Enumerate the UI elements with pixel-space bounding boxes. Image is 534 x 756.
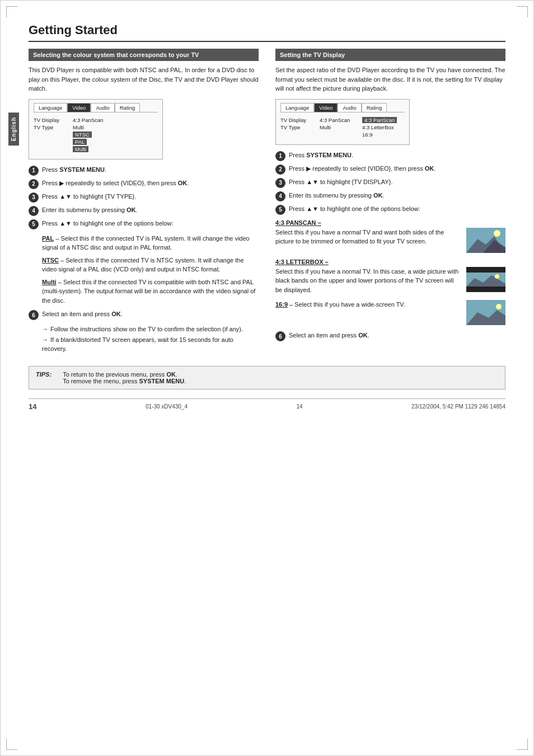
left-menu-values: 4:3 PanScan Multi NTSC PAL Multi xyxy=(73,117,158,153)
right-step-num-1: 1 xyxy=(275,151,285,161)
left-menu-label-tvtype: TV Type xyxy=(34,124,73,130)
right-highlight-169: 16:9 xyxy=(362,132,405,138)
tv-option-text-169: 16:9 – Select this if you have a wide-sc… xyxy=(275,300,462,309)
svg-point-3 xyxy=(494,230,500,237)
left-options-list: PAL – Select this if the connected TV is… xyxy=(42,234,259,306)
tv-option-header-169: 16:9 xyxy=(275,301,288,308)
left-opt-multi: Multi – Select this if the connected TV … xyxy=(42,278,259,306)
page-container: English Getting Started Selecting the co… xyxy=(0,0,534,756)
right-step-5: 5 Press ▲▼ to highlight one of the optio… xyxy=(275,204,505,215)
right-section-header: Setting the TV Display xyxy=(275,49,505,61)
page-footer: 14 01-30 xDV430_4 14 23/12/2004, 5:42 PM… xyxy=(29,398,505,411)
left-tab-language: Language xyxy=(34,103,67,112)
tv-option-text-panscan: Select this if you have a normal TV and … xyxy=(275,228,462,246)
tv-image-letterbox xyxy=(466,267,505,292)
right-tab-language: Language xyxy=(280,103,314,112)
left-step-text-5: Press ▲▼ to highlight one of the options… xyxy=(42,219,259,228)
corner-mark-br xyxy=(517,739,528,750)
tv-option-letterbox: 4:3 LETTERBOX – Select this if you have … xyxy=(275,259,505,295)
right-step-num-6: 6 xyxy=(275,331,285,341)
left-step-text-6: Select an item and press OK. xyxy=(42,309,259,319)
right-step-text-3: Press ▲▼ to highlight {TV DISPLAY}. xyxy=(289,177,505,187)
right-steps-list: 1 Press SYSTEM MENU. 2 Press ▶ repeatedl… xyxy=(275,151,505,215)
right-menu-body: TV Display TV Type 4:3 PanScan Multi 4:3… xyxy=(280,115,405,141)
right-step-4: 4 Enter its submenu by pressing OK. xyxy=(275,191,505,201)
left-menu-val-multi: Multi xyxy=(73,124,158,130)
svg-point-7 xyxy=(495,274,499,279)
tips-line-1: To return to the previous menu, press OK… xyxy=(63,371,186,378)
right-menu-label-tvdisplay: TV Display xyxy=(280,117,320,123)
left-step-num-1: 1 xyxy=(29,166,39,176)
tips-label: TIPS: xyxy=(36,371,51,378)
tips-box: TIPS: To return to the previous menu, pr… xyxy=(29,366,505,389)
left-step-num-3: 3 xyxy=(29,192,39,203)
tv-option-text-letterbox: Select this if you have a normal TV. In … xyxy=(275,267,462,295)
footer-right: 23/12/2004, 5:42 PM 1129 246 14854 xyxy=(411,403,505,410)
right-menu-val-multi: Multi xyxy=(320,124,362,130)
left-sub-arrow-1: Follow the instructions show on the TV t… xyxy=(42,325,259,334)
tv-option-header-letterbox: 4:3 LETTERBOX – xyxy=(275,259,505,265)
right-step-3: 3 Press ▲▼ to highlight {TV DISPLAY}. xyxy=(275,177,505,188)
right-step-text-2: Press ▶ repeatedly to select {VIDEO}, th… xyxy=(289,164,505,173)
right-step-text-6: Select an item and press OK. xyxy=(289,331,505,340)
right-step-num-2: 2 xyxy=(275,165,285,175)
right-step-num-3: 3 xyxy=(275,178,285,188)
left-section-header: Selecting the colour system that corresp… xyxy=(29,49,259,61)
right-step6-list: 6 Select an item and press OK. xyxy=(275,331,505,341)
panscan-svg xyxy=(466,228,505,253)
left-step-num-2: 2 xyxy=(29,179,39,189)
right-step-num-4: 4 xyxy=(275,191,285,201)
tv-option-content-169: 16:9 – Select this if you have a wide-sc… xyxy=(275,300,505,325)
tv-image-panscan xyxy=(466,228,505,253)
widescreen-svg xyxy=(466,300,505,325)
left-step-text-4: Enter its submenu by pressing OK. xyxy=(42,205,259,215)
left-opt-label-ntsc: NTSC xyxy=(42,257,59,264)
left-opt-text-pal: – Select this if the connected TV is PAL… xyxy=(42,235,250,251)
right-menu-labels: TV Display TV Type xyxy=(280,117,320,139)
right-menu-tabs: Language Video Audio Rating xyxy=(280,103,405,112)
footer-center: 14 xyxy=(296,403,302,410)
tv-option-169: 16:9 – Select this if you have a wide-sc… xyxy=(275,300,505,325)
left-menu-tabs: Language Video Audio Rating xyxy=(34,103,158,112)
left-opt-text-ntsc: – Select this if the connected TV is NTS… xyxy=(42,257,244,273)
left-tab-audio: Audio xyxy=(91,103,114,112)
left-opt-label-multi: Multi xyxy=(42,279,57,285)
left-step-6: 6 Select an item and press OK. xyxy=(29,309,259,320)
right-step-text-4: Enter its submenu by pressing OK. xyxy=(289,191,505,200)
left-opt-ntsc: NTSC – Select this if the connected TV i… xyxy=(42,256,259,274)
left-step-2: 2 Press ▶ repeatedly to select {VIDEO}, … xyxy=(29,179,259,189)
left-menu-val-panscan: 4:3 PanScan xyxy=(73,117,158,123)
left-menu-diagram: Language Video Audio Rating TV Display T… xyxy=(29,99,163,159)
right-step-text-5: Press ▲▼ to highlight one of the options… xyxy=(289,204,505,214)
left-highlight-multi: Multi xyxy=(73,146,88,152)
right-menu-label-tvtype: TV Type xyxy=(280,124,320,130)
left-sub-arrow-2: If a blank/distorted TV screen appears, … xyxy=(42,335,259,354)
right-tab-audio: Audio xyxy=(338,103,361,112)
left-menu-val-pal: PAL xyxy=(73,139,158,145)
left-column: Selecting the colour system that corresp… xyxy=(29,49,259,355)
tv-option-content-panscan: Select this if you have a normal TV and … xyxy=(275,228,505,253)
right-step-6: 6 Select an item and press OK. xyxy=(275,331,505,341)
right-tab-rating: Rating xyxy=(362,103,387,112)
letterbox-svg xyxy=(466,267,505,292)
tips-content: To return to the previous menu, press OK… xyxy=(63,371,186,384)
left-tab-rating: Rating xyxy=(115,103,140,112)
right-section-intro: Set the aspect ratio of the DVD Player a… xyxy=(275,65,505,93)
corner-mark-tr xyxy=(517,6,528,17)
right-step-1: 1 Press SYSTEM MENU. xyxy=(275,151,505,161)
left-step-4: 4 Enter its submenu by pressing OK. xyxy=(29,205,259,216)
corner-mark-tl xyxy=(6,6,17,17)
left-step-3: 3 Press ▲▼ to highlight {TV TYPE}. xyxy=(29,192,259,203)
left-section-intro: This DVD Player is compatible with both … xyxy=(29,65,259,93)
left-opt-label-pal: PAL xyxy=(42,235,54,242)
left-highlight-pal: PAL xyxy=(73,139,87,145)
left-step-1: 1 Press SYSTEM MENU. xyxy=(29,165,259,176)
tv-option-header-panscan: 4:3 PANSCAN – xyxy=(275,219,505,226)
left-menu-label-tvdisplay: TV Display xyxy=(34,117,73,123)
right-step-num-5: 5 xyxy=(275,205,285,215)
left-step6-list: 6 Select an item and press OK. xyxy=(29,309,259,320)
left-step-text-2: Press ▶ repeatedly to select {VIDEO}, th… xyxy=(42,179,259,188)
left-step-num-5: 5 xyxy=(29,219,39,229)
left-opt-pal: PAL – Select this if the connected TV is… xyxy=(42,234,259,252)
page-number: 14 xyxy=(29,402,36,411)
